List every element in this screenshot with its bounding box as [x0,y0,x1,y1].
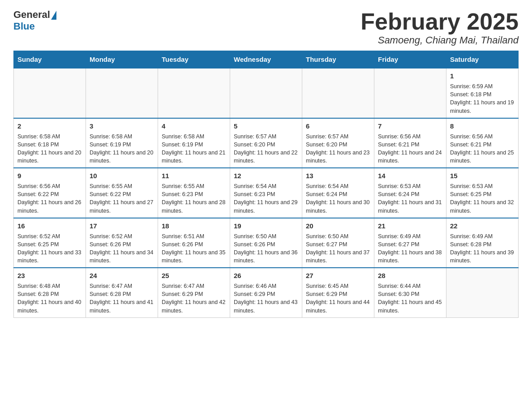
location-title: Samoeng, Chiang Mai, Thailand [360,34,519,46]
calendar-cell [446,268,519,317]
day-info: Sunrise: 6:58 AMSunset: 6:19 PMDaylight:… [162,133,226,165]
day-number: 13 [306,171,370,180]
day-info: Sunrise: 6:56 AMSunset: 6:21 PMDaylight:… [378,133,442,165]
day-number: 9 [17,171,82,180]
calendar-cell [374,68,446,118]
day-info: Sunrise: 6:59 AMSunset: 6:18 PMDaylight:… [450,82,515,115]
day-number: 11 [162,171,226,180]
calendar-cell: 25Sunrise: 6:47 AMSunset: 6:29 PMDayligh… [158,268,230,317]
calendar-cell: 7Sunrise: 6:56 AMSunset: 6:21 PMDaylight… [374,118,446,168]
calendar-cell: 11Sunrise: 6:55 AMSunset: 6:23 PMDayligh… [158,168,230,218]
calendar-cell: 9Sunrise: 6:56 AMSunset: 6:22 PMDaylight… [14,168,86,218]
day-number: 10 [90,171,154,180]
page-header: General Blue February 2025 Samoeng, Chia… [13,9,519,46]
calendar-cell: 16Sunrise: 6:52 AMSunset: 6:25 PMDayligh… [14,218,86,268]
day-info: Sunrise: 6:53 AMSunset: 6:24 PMDaylight:… [378,182,442,215]
day-number: 12 [234,171,298,180]
day-number: 18 [162,221,226,231]
week-row-5: 23Sunrise: 6:48 AMSunset: 6:28 PMDayligh… [14,268,519,317]
calendar-header-friday: Friday [374,51,446,68]
day-number: 1 [450,71,515,81]
day-number: 6 [306,121,370,131]
day-number: 20 [306,221,370,231]
calendar-cell [158,68,230,118]
calendar-cell: 23Sunrise: 6:48 AMSunset: 6:28 PMDayligh… [14,268,86,317]
day-info: Sunrise: 6:46 AMSunset: 6:29 PMDaylight:… [234,282,298,315]
logo: General Blue [13,9,56,32]
day-number: 19 [234,221,298,231]
calendar-header-saturday: Saturday [446,51,519,68]
day-number: 23 [17,271,82,280]
day-number: 15 [450,171,515,180]
day-info: Sunrise: 6:49 AMSunset: 6:27 PMDaylight:… [378,232,442,265]
day-number: 2 [17,121,82,131]
day-number: 7 [378,121,442,131]
day-info: Sunrise: 6:56 AMSunset: 6:21 PMDaylight:… [450,133,515,165]
calendar-cell: 15Sunrise: 6:53 AMSunset: 6:25 PMDayligh… [446,168,519,218]
day-info: Sunrise: 6:50 AMSunset: 6:27 PMDaylight:… [306,232,370,265]
calendar-cell [302,68,374,118]
calendar-header-wednesday: Wednesday [230,51,302,68]
day-info: Sunrise: 6:47 AMSunset: 6:29 PMDaylight:… [162,282,226,315]
day-number: 17 [90,221,154,231]
day-info: Sunrise: 6:47 AMSunset: 6:28 PMDaylight:… [90,282,154,315]
day-info: Sunrise: 6:58 AMSunset: 6:18 PMDaylight:… [17,133,82,165]
calendar-cell: 4Sunrise: 6:58 AMSunset: 6:19 PMDaylight… [158,118,230,168]
calendar-cell: 22Sunrise: 6:49 AMSunset: 6:28 PMDayligh… [446,218,519,268]
day-info: Sunrise: 6:45 AMSunset: 6:29 PMDaylight:… [306,282,370,315]
day-info: Sunrise: 6:53 AMSunset: 6:25 PMDaylight:… [450,182,515,215]
calendar-header-thursday: Thursday [302,51,374,68]
day-info: Sunrise: 6:52 AMSunset: 6:26 PMDaylight:… [90,232,154,265]
week-row-1: 1Sunrise: 6:59 AMSunset: 6:18 PMDaylight… [14,68,519,118]
day-info: Sunrise: 6:55 AMSunset: 6:23 PMDaylight:… [162,182,226,215]
day-info: Sunrise: 6:56 AMSunset: 6:22 PMDaylight:… [17,182,82,215]
week-row-3: 9Sunrise: 6:56 AMSunset: 6:22 PMDaylight… [14,168,519,218]
day-number: 22 [450,221,515,231]
day-info: Sunrise: 6:57 AMSunset: 6:20 PMDaylight:… [306,133,370,165]
calendar-cell: 28Sunrise: 6:44 AMSunset: 6:30 PMDayligh… [374,268,446,317]
calendar-cell: 12Sunrise: 6:54 AMSunset: 6:23 PMDayligh… [230,168,302,218]
title-block: February 2025 Samoeng, Chiang Mai, Thail… [360,9,519,46]
calendar-cell: 18Sunrise: 6:51 AMSunset: 6:26 PMDayligh… [158,218,230,268]
day-info: Sunrise: 6:49 AMSunset: 6:28 PMDaylight:… [450,232,515,265]
day-number: 28 [378,271,442,280]
month-title: February 2025 [360,9,519,34]
calendar-cell: 5Sunrise: 6:57 AMSunset: 6:20 PMDaylight… [230,118,302,168]
calendar-cell: 17Sunrise: 6:52 AMSunset: 6:26 PMDayligh… [86,218,158,268]
calendar-cell: 1Sunrise: 6:59 AMSunset: 6:18 PMDaylight… [446,68,519,118]
day-info: Sunrise: 6:44 AMSunset: 6:30 PMDaylight:… [378,282,442,315]
week-row-4: 16Sunrise: 6:52 AMSunset: 6:25 PMDayligh… [14,218,519,268]
calendar-cell: 27Sunrise: 6:45 AMSunset: 6:29 PMDayligh… [302,268,374,317]
day-number: 24 [90,271,154,280]
week-row-2: 2Sunrise: 6:58 AMSunset: 6:18 PMDaylight… [14,118,519,168]
day-number: 16 [17,221,82,231]
day-number: 21 [378,221,442,231]
calendar-cell: 8Sunrise: 6:56 AMSunset: 6:21 PMDaylight… [446,118,519,168]
calendar-header-tuesday: Tuesday [158,51,230,68]
day-info: Sunrise: 6:54 AMSunset: 6:23 PMDaylight:… [234,182,298,215]
calendar-cell [14,68,86,118]
day-number: 25 [162,271,226,280]
calendar-cell: 21Sunrise: 6:49 AMSunset: 6:27 PMDayligh… [374,218,446,268]
day-number: 4 [162,121,226,131]
day-number: 5 [234,121,298,131]
day-info: Sunrise: 6:57 AMSunset: 6:20 PMDaylight:… [234,133,298,165]
calendar-cell: 14Sunrise: 6:53 AMSunset: 6:24 PMDayligh… [374,168,446,218]
calendar-cell: 6Sunrise: 6:57 AMSunset: 6:20 PMDaylight… [302,118,374,168]
calendar-cell: 26Sunrise: 6:46 AMSunset: 6:29 PMDayligh… [230,268,302,317]
day-info: Sunrise: 6:58 AMSunset: 6:19 PMDaylight:… [90,133,154,165]
calendar-cell: 10Sunrise: 6:55 AMSunset: 6:22 PMDayligh… [86,168,158,218]
calendar-header-sunday: Sunday [14,51,86,68]
day-info: Sunrise: 6:55 AMSunset: 6:22 PMDaylight:… [90,182,154,215]
day-info: Sunrise: 6:51 AMSunset: 6:26 PMDaylight:… [162,232,226,265]
day-number: 26 [234,271,298,280]
calendar-header-monday: Monday [86,51,158,68]
day-info: Sunrise: 6:52 AMSunset: 6:25 PMDaylight:… [17,232,82,265]
calendar-cell [86,68,158,118]
calendar-cell: 3Sunrise: 6:58 AMSunset: 6:19 PMDaylight… [86,118,158,168]
calendar-cell: 13Sunrise: 6:54 AMSunset: 6:24 PMDayligh… [302,168,374,218]
calendar-header-row: SundayMondayTuesdayWednesdayThursdayFrid… [14,51,519,68]
day-number: 27 [306,271,370,280]
logo-blue-text: Blue [13,21,35,32]
day-info: Sunrise: 6:54 AMSunset: 6:24 PMDaylight:… [306,182,370,215]
